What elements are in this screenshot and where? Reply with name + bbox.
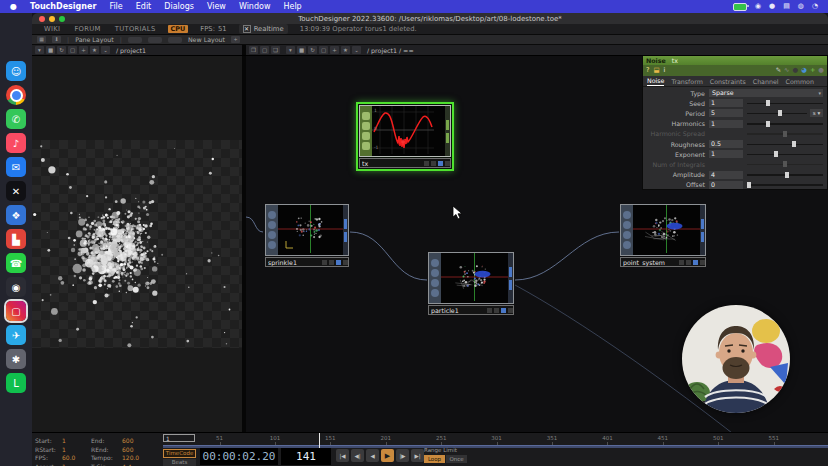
toolbar-link-wiki[interactable]: WIKI: [44, 25, 60, 33]
tab-channel[interactable]: Channel: [753, 78, 779, 86]
right-path-icon-2[interactable]: ↻: [308, 46, 317, 54]
node-viewer-flags[interactable]: [360, 106, 372, 156]
settings-app-icon[interactable]: ✱: [6, 349, 26, 369]
line-icon[interactable]: L: [6, 373, 26, 393]
param-value-field[interactable]: [709, 160, 743, 168]
param-menu-value[interactable]: Sparse▾: [709, 89, 823, 97]
dark-toggle-icon[interactable]: ●: [793, 67, 799, 74]
network-editor[interactable]: 1 0 -1: [246, 56, 828, 432]
param-label[interactable]: Harmonics: [643, 120, 709, 127]
node-viewer-flags[interactable]: [266, 205, 278, 255]
pane-control-icon-2[interactable]: ❏: [271, 46, 280, 54]
menu-item-touchdesigner[interactable]: TouchDesigner: [30, 2, 96, 11]
pdf-app-icon[interactable]: ▙: [6, 229, 26, 249]
menu-item-help[interactable]: Help: [283, 2, 301, 11]
timeline-field-value[interactable]: 60.0: [62, 454, 91, 461]
slider-knob[interactable]: [766, 100, 770, 106]
param-slider[interactable]: [747, 99, 823, 107]
info-icon[interactable]: i: [664, 67, 666, 74]
node-viewer-flags[interactable]: [621, 205, 633, 255]
playhead[interactable]: [319, 433, 320, 448]
step-back-button[interactable]: ◀|: [351, 449, 364, 462]
right-path-icon-3[interactable]: ▢: [319, 46, 328, 54]
left-path-icon-5[interactable]: ★: [90, 46, 99, 54]
node-name-bar[interactable]: particle1: [428, 305, 514, 315]
right-path-icon-0[interactable]: ▾: [286, 46, 295, 54]
timeline-field-value[interactable]: 1: [62, 446, 91, 453]
photos-icon[interactable]: ❖: [6, 205, 26, 225]
left-path-icon-2[interactable]: ↻: [57, 46, 66, 54]
slider-knob[interactable]: [774, 151, 778, 157]
cpu-badge[interactable]: CPU: [168, 25, 189, 33]
user-icon[interactable]: ◍: [798, 3, 804, 10]
help-icon[interactable]: ?: [646, 67, 649, 74]
param-slider[interactable]: [747, 130, 823, 138]
display-icon[interactable]: ▤: [783, 3, 790, 10]
battery-icon[interactable]: [733, 3, 747, 11]
param-value-field[interactable]: 4: [709, 171, 743, 179]
param-value-field[interactable]: 0: [709, 181, 743, 189]
frame-ruler[interactable]: 1 51101151201251301351401451501551: [163, 433, 828, 445]
toolbar-link-forum[interactable]: FORUM: [74, 25, 100, 33]
tab-transform[interactable]: Transform: [671, 78, 702, 86]
play-reverse-button[interactable]: ◀: [366, 449, 379, 462]
menu-item-window[interactable]: Window: [239, 2, 271, 11]
timeline-field-value[interactable]: 120.0: [122, 454, 154, 461]
timecode-mode-button[interactable]: TimeCode: [163, 449, 196, 458]
left-path-icon-3[interactable]: ▢: [68, 46, 77, 54]
layout-preset-1[interactable]: [128, 37, 142, 43]
param-slider[interactable]: [747, 171, 823, 179]
left-pane-path[interactable]: / project1: [116, 47, 146, 54]
maximize-window-button[interactable]: [59, 16, 65, 22]
screen-record-icon[interactable]: ◉: [755, 3, 761, 10]
param-value-field[interactable]: 1: [709, 99, 743, 107]
param-value-field[interactable]: 1: [709, 150, 743, 158]
param-slider[interactable]: [747, 120, 823, 128]
network-pane-path[interactable]: / project1 / ==: [367, 47, 414, 54]
slider-knob[interactable]: [778, 110, 782, 116]
play-button[interactable]: ▶: [381, 449, 394, 462]
timeline-field-value[interactable]: 1: [62, 437, 91, 444]
timeline-field-value[interactable]: 600: [122, 446, 154, 453]
node-tx[interactable]: 1 0 -1: [356, 102, 454, 171]
finder-icon[interactable]: ☺: [6, 61, 26, 81]
param-label[interactable]: Exponent: [643, 151, 709, 158]
node-name-bar[interactable]: point_system: [620, 257, 706, 267]
right-path-icon-4[interactable]: +: [330, 46, 339, 54]
slider-knob[interactable]: [766, 121, 770, 127]
tab-common[interactable]: Common: [786, 78, 814, 86]
beats-mode-button[interactable]: Beats: [163, 459, 196, 466]
ruler-start-box[interactable]: 1: [163, 434, 195, 442]
language-globe-icon[interactable]: ◕: [801, 67, 807, 74]
instagram-icon[interactable]: ▢: [6, 301, 26, 321]
save-layout-icon[interactable]: ⬇: [52, 36, 61, 43]
param-label[interactable]: Roughness: [643, 141, 709, 148]
once-button[interactable]: Once: [446, 455, 467, 463]
camera-app-icon[interactable]: ◉: [6, 277, 26, 297]
param-slider[interactable]: [747, 160, 823, 168]
geometry-viewer-pane[interactable]: [32, 56, 242, 432]
param-value-field[interactable]: 5: [709, 109, 743, 117]
param-slider[interactable]: [747, 150, 823, 158]
param-label[interactable]: Amplitude: [643, 171, 709, 178]
operator-name[interactable]: tx: [672, 57, 678, 64]
layout-preset-3[interactable]: [168, 37, 182, 43]
param-value-field[interactable]: 1: [709, 120, 743, 128]
loop-button[interactable]: Loop: [424, 455, 445, 463]
jump-end-button[interactable]: ▶|: [411, 449, 424, 462]
moon-icon[interactable]: ●: [769, 3, 775, 10]
new-layout-button[interactable]: New Layout: [188, 36, 225, 43]
menu-item-edit[interactable]: Edit: [136, 2, 152, 11]
parameter-panel-header[interactable]: Noise tx: [643, 56, 827, 65]
slider-knob[interactable]: [783, 131, 787, 137]
chrome-icon[interactable]: [6, 85, 26, 105]
timecode-display[interactable]: 00:00:02.20: [200, 448, 278, 465]
param-label[interactable]: Harmonic Spread: [643, 130, 709, 137]
param-slider[interactable]: [747, 109, 807, 117]
param-slider[interactable]: [747, 181, 823, 189]
jump-start-button[interactable]: |◀: [336, 449, 349, 462]
right-path-icon-5[interactable]: ★: [341, 46, 350, 54]
close-window-button[interactable]: [39, 16, 45, 22]
param-label[interactable]: Num of Integrals: [643, 161, 709, 168]
tab-noise[interactable]: Noise: [647, 77, 664, 86]
